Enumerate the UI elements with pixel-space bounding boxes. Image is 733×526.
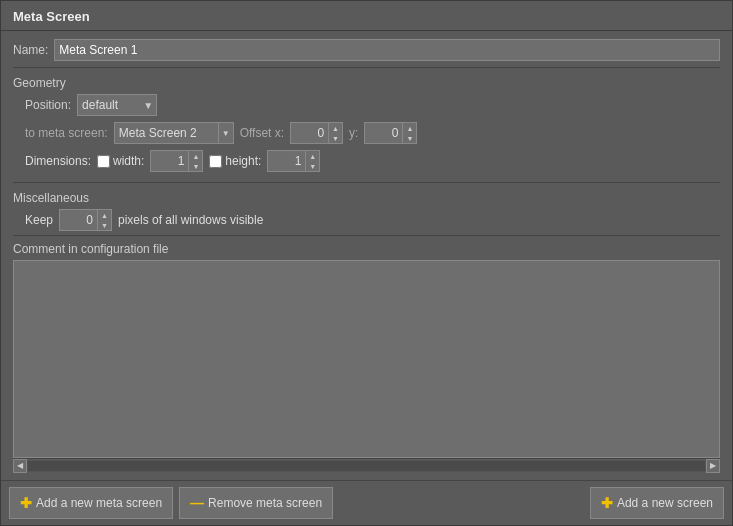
comment-textarea[interactable]	[13, 260, 720, 458]
offset-x-label: Offset x:	[240, 126, 284, 140]
height-input[interactable]	[267, 150, 305, 172]
keep-up[interactable]: ▲	[98, 210, 111, 220]
width-label: width:	[113, 154, 144, 168]
dimensions-row: Dimensions: width: ▲ ▼ height:	[25, 150, 720, 172]
scroll-left-btn[interactable]: ◀	[13, 459, 27, 473]
content-area: Name: Geometry Position: default absolut…	[1, 31, 732, 480]
width-checkbox[interactable]	[97, 155, 110, 168]
footer: ✚ Add a new meta screen — Remove meta sc…	[1, 480, 732, 525]
comment-label: Comment in configuration file	[13, 242, 720, 256]
position-select-wrapper: default absolute relative ▼	[77, 94, 157, 116]
position-label: Position:	[25, 98, 71, 112]
keep-suffix: pixels of all windows visible	[118, 213, 263, 227]
height-btns: ▲ ▼	[305, 150, 320, 172]
height-label: height:	[225, 154, 261, 168]
keep-spinbox: ▲ ▼	[59, 209, 112, 231]
keep-down[interactable]: ▼	[98, 220, 111, 230]
height-down[interactable]: ▼	[306, 161, 319, 171]
position-row: Position: default absolute relative ▼	[25, 94, 720, 116]
offset-x-spinbox: ▲ ▼	[290, 122, 343, 144]
offset-y-label: y:	[349, 126, 358, 140]
add-meta-label: Add a new meta screen	[36, 496, 162, 510]
keep-btns: ▲ ▼	[97, 209, 112, 231]
name-input[interactable]	[54, 39, 720, 61]
position-select[interactable]: default absolute relative	[77, 94, 157, 116]
add-meta-screen-button[interactable]: ✚ Add a new meta screen	[9, 487, 173, 519]
add-screen-label: Add a new screen	[617, 496, 713, 510]
comment-area-wrapper	[13, 260, 720, 458]
miscellaneous-section: Miscellaneous Keep ▲ ▼ pixels of all win…	[13, 182, 720, 231]
panel-title: Meta Screen	[1, 1, 732, 31]
meta-screen-select-btn[interactable]: ▼	[218, 122, 234, 144]
remove-meta-screen-button[interactable]: — Remove meta screen	[179, 487, 333, 519]
add-screen-plus-icon: ✚	[601, 495, 613, 511]
h-scroll-area: ◀ ▶	[13, 458, 720, 472]
meta-screen-select-wrapper: Meta Screen 2 ▼	[114, 122, 234, 144]
meta-screen-select[interactable]: Meta Screen 2	[114, 122, 218, 144]
offset-x-down[interactable]: ▼	[329, 133, 342, 143]
offset-y-up[interactable]: ▲	[403, 123, 416, 133]
height-spinbox: ▲ ▼	[267, 150, 320, 172]
offset-x-up[interactable]: ▲	[329, 123, 342, 133]
geometry-section: Geometry Position: default absolute rela…	[13, 67, 720, 178]
comment-section: Comment in configuration file	[13, 235, 720, 458]
offset-y-input[interactable]	[364, 122, 402, 144]
height-checkbox[interactable]	[209, 155, 222, 168]
main-window: Meta Screen Name: Geometry Position: def…	[0, 0, 733, 526]
width-up[interactable]: ▲	[189, 151, 202, 161]
height-up[interactable]: ▲	[306, 151, 319, 161]
offset-x-input[interactable]	[290, 122, 328, 144]
dimensions-label: Dimensions:	[25, 154, 91, 168]
width-input[interactable]	[150, 150, 188, 172]
miscellaneous-label: Miscellaneous	[13, 191, 720, 205]
width-checkbox-group: width:	[97, 154, 144, 168]
height-checkbox-group: height:	[209, 154, 261, 168]
offset-x-btns: ▲ ▼	[328, 122, 343, 144]
remove-meta-minus-icon: —	[190, 495, 204, 511]
keep-label: Keep	[25, 213, 53, 227]
to-meta-screen-label: to meta screen:	[25, 126, 108, 140]
width-spinbox: ▲ ▼	[150, 150, 203, 172]
to-meta-screen-row: to meta screen: Meta Screen 2 ▼ Offset x…	[25, 122, 720, 144]
keep-row: Keep ▲ ▼ pixels of all windows visible	[25, 209, 720, 231]
remove-meta-label: Remove meta screen	[208, 496, 322, 510]
keep-input[interactable]	[59, 209, 97, 231]
h-scroll-bar[interactable]	[27, 460, 706, 472]
add-new-screen-button[interactable]: ✚ Add a new screen	[590, 487, 724, 519]
width-down[interactable]: ▼	[189, 161, 202, 171]
geometry-label: Geometry	[13, 76, 720, 90]
add-meta-plus-icon: ✚	[20, 495, 32, 511]
width-btns: ▲ ▼	[188, 150, 203, 172]
name-row: Name:	[13, 39, 720, 61]
offset-y-down[interactable]: ▼	[403, 133, 416, 143]
offset-y-btns: ▲ ▼	[402, 122, 417, 144]
offset-y-spinbox: ▲ ▼	[364, 122, 417, 144]
scroll-right-btn[interactable]: ▶	[706, 459, 720, 473]
name-label: Name:	[13, 43, 48, 57]
